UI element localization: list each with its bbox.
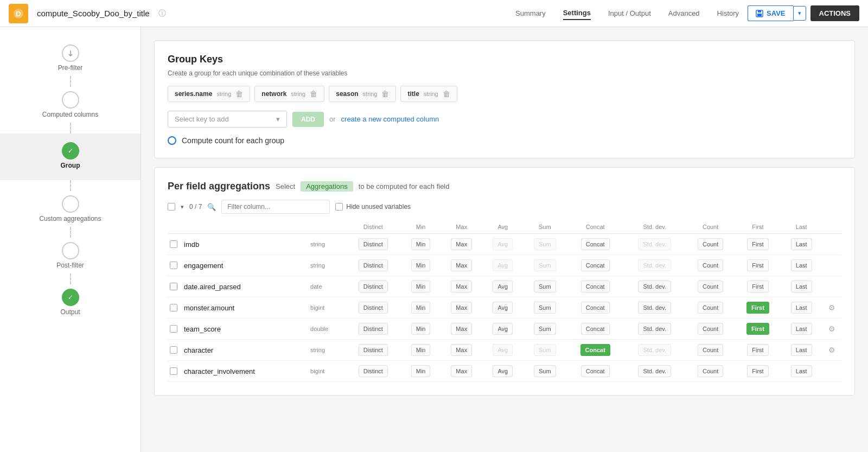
- save-button[interactable]: SAVE: [748, 5, 793, 21]
- agg-btn-0-2[interactable]: Max: [451, 238, 472, 250]
- agg-btn-5-8[interactable]: First: [747, 344, 768, 356]
- agg-btn-0-9[interactable]: Last: [791, 238, 812, 250]
- sidebar-step-group[interactable]: ✓ Group: [0, 138, 141, 174]
- agg-btn-1-5[interactable]: Concat: [581, 259, 610, 271]
- agg-btn-5-2[interactable]: Max: [451, 344, 472, 356]
- key-tag-del-0[interactable]: 🗑: [235, 90, 243, 98]
- key-tag-del-3[interactable]: 🗑: [443, 90, 450, 98]
- agg-btn-6-8[interactable]: First: [747, 365, 768, 377]
- agg-btn-5-5[interactable]: Concat: [580, 344, 610, 356]
- gear-icon-4[interactable]: ⚙: [828, 324, 835, 333]
- agg-btn-4-4[interactable]: Sum: [534, 323, 556, 335]
- agg-btn-5-7[interactable]: Count: [698, 344, 723, 356]
- sidebar-step-output[interactable]: ✓ Output: [0, 284, 141, 320]
- row-checkbox-0[interactable]: [170, 240, 177, 248]
- agg-btn-3-6[interactable]: Std. dev.: [638, 302, 671, 314]
- agg-btn-6-9[interactable]: Last: [791, 365, 812, 377]
- agg-btn-3-1[interactable]: Min: [411, 302, 431, 314]
- agg-btn-1-1[interactable]: Min: [411, 259, 431, 271]
- create-computed-column-link[interactable]: create a new computed column: [341, 115, 439, 123]
- key-tag-del-1[interactable]: 🗑: [310, 90, 317, 98]
- nav-input-output[interactable]: Input / Output: [608, 7, 651, 20]
- nav-settings[interactable]: Settings: [563, 7, 591, 20]
- row-checkbox-1[interactable]: [170, 262, 177, 269]
- hide-unused-checkbox[interactable]: [335, 203, 343, 211]
- agg-btn-6-0[interactable]: Distinct: [359, 365, 388, 377]
- agg-btn-4-0[interactable]: Distinct: [359, 323, 388, 335]
- agg-btn-2-3[interactable]: Avg: [493, 281, 513, 292]
- agg-btn-2-4[interactable]: Sum: [534, 281, 556, 292]
- key-tag-del-2[interactable]: 🗑: [381, 90, 389, 98]
- agg-btn-1-7[interactable]: Count: [698, 259, 723, 271]
- agg-btn-2-8[interactable]: First: [747, 281, 768, 292]
- row-checkbox-3[interactable]: [170, 304, 177, 311]
- agg-btn-2-1[interactable]: Min: [411, 281, 431, 292]
- checkbox-dropdown-arrow[interactable]: ▾: [181, 203, 184, 211]
- agg-btn-4-7[interactable]: Count: [698, 323, 723, 335]
- agg-btn-4-1[interactable]: Min: [411, 323, 431, 335]
- row-checkbox-5[interactable]: [170, 346, 177, 354]
- agg-btn-0-8[interactable]: First: [747, 238, 768, 250]
- agg-subtitle: to be computed for each field: [359, 182, 450, 190]
- agg-btn-6-3[interactable]: Avg: [493, 365, 513, 377]
- sidebar-step-custom-agg[interactable]: Custom aggregations: [0, 191, 141, 227]
- sidebar-step-prefilter[interactable]: Pre-filter: [0, 40, 141, 76]
- select-key-dropdown[interactable]: Select key to add ▾: [168, 111, 287, 128]
- agg-btn-2-6[interactable]: Std. dev.: [638, 281, 671, 292]
- agg-btn-5-1[interactable]: Min: [411, 344, 431, 356]
- agg-btn-5-9[interactable]: Last: [791, 344, 812, 356]
- nav-history[interactable]: History: [717, 7, 739, 20]
- agg-btn-6-4[interactable]: Sum: [534, 365, 556, 377]
- sidebar-step-postfilter[interactable]: Post-filter: [0, 238, 141, 273]
- agg-btn-2-9[interactable]: Last: [791, 281, 812, 292]
- agg-btn-2-5[interactable]: Concat: [581, 281, 610, 292]
- actions-button[interactable]: ACTIONS: [810, 5, 860, 21]
- agg-btn-3-0[interactable]: Distinct: [359, 302, 388, 314]
- agg-btn-2-7[interactable]: Count: [698, 281, 723, 292]
- save-dropdown-button[interactable]: ▾: [793, 6, 806, 21]
- add-key-button[interactable]: ADD: [292, 112, 324, 127]
- gear-icon-3[interactable]: ⚙: [828, 303, 835, 312]
- row-checkbox-2[interactable]: [170, 283, 177, 290]
- row-checkbox-6[interactable]: [170, 367, 177, 375]
- nav-summary[interactable]: Summary: [515, 7, 546, 20]
- agg-btn-6-5[interactable]: Concat: [581, 365, 610, 377]
- gear-icon-5[interactable]: ⚙: [828, 346, 835, 354]
- row-checkbox-4[interactable]: [170, 325, 177, 333]
- agg-btn-4-5[interactable]: Concat: [581, 323, 610, 335]
- agg-btn-4-8[interactable]: First: [746, 323, 769, 335]
- agg-btn-3-9[interactable]: Last: [791, 302, 812, 314]
- agg-btn-4-9[interactable]: Last: [791, 323, 812, 335]
- agg-btn-5-0[interactable]: Distinct: [359, 344, 388, 356]
- nav-advanced[interactable]: Advanced: [668, 7, 700, 20]
- agg-btn-1-0[interactable]: Distinct: [359, 259, 388, 271]
- agg-btn-3-2[interactable]: Max: [451, 302, 472, 314]
- agg-btn-0-5[interactable]: Concat: [581, 238, 610, 250]
- agg-btn-6-6[interactable]: Std. dev.: [638, 365, 671, 377]
- agg-btn-6-7[interactable]: Count: [698, 365, 723, 377]
- agg-btn-3-4[interactable]: Sum: [534, 302, 556, 314]
- agg-btn-1-8[interactable]: First: [747, 259, 768, 271]
- select-all-checkbox[interactable]: [168, 203, 175, 211]
- agg-btn-0-0[interactable]: Distinct: [359, 238, 388, 250]
- agg-btn-3-7[interactable]: Count: [698, 302, 723, 314]
- info-icon[interactable]: ⓘ: [158, 9, 166, 18]
- compute-count-checkbox[interactable]: [168, 136, 176, 145]
- agg-btn-0-7[interactable]: Count: [698, 238, 723, 250]
- agg-btn-3-8[interactable]: First: [746, 302, 769, 314]
- agg-btn-3-3[interactable]: Avg: [493, 302, 513, 314]
- agg-btn-1-2[interactable]: Max: [451, 259, 472, 271]
- agg-btn-4-3[interactable]: Avg: [493, 323, 513, 335]
- agg-btn-2-0[interactable]: Distinct: [359, 281, 388, 292]
- agg-btn-2-2[interactable]: Max: [451, 281, 472, 292]
- agg-btn-4-6[interactable]: Std. dev.: [638, 323, 671, 335]
- sidebar-step-computed[interactable]: Computed columns: [0, 87, 141, 123]
- filter-column-input[interactable]: [221, 200, 330, 214]
- agg-btn-4-2[interactable]: Max: [451, 323, 472, 335]
- agg-btn-1-9[interactable]: Last: [791, 259, 812, 271]
- hide-unused-row[interactable]: Hide unused variables: [335, 203, 411, 211]
- agg-btn-0-1[interactable]: Min: [411, 238, 431, 250]
- agg-btn-3-5[interactable]: Concat: [581, 302, 610, 314]
- agg-btn-6-1[interactable]: Min: [411, 365, 431, 377]
- agg-btn-6-2[interactable]: Max: [451, 365, 472, 377]
